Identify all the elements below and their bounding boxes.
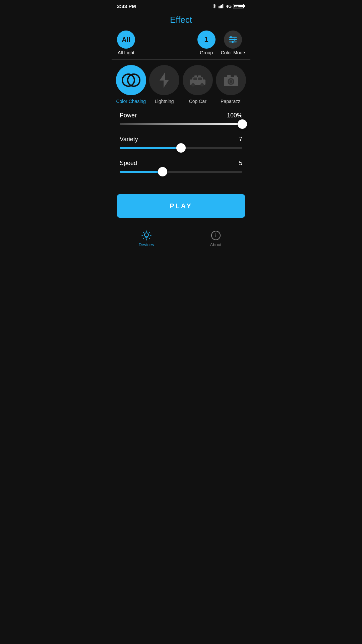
- power-fill: [120, 123, 242, 125]
- variety-thumb[interactable]: [176, 143, 186, 153]
- nav-devices-label: Devices: [138, 242, 154, 247]
- top-divider: [112, 59, 250, 60]
- svg-point-11: [234, 39, 236, 41]
- svg-line-38: [143, 238, 143, 239]
- svg-point-21: [191, 83, 195, 87]
- cop-car-icon: [188, 73, 207, 87]
- svg-point-22: [200, 83, 204, 87]
- power-label: Power: [120, 112, 137, 119]
- speed-fill: [120, 171, 163, 173]
- effect-label-paparazzi: Paparazzi: [221, 99, 241, 104]
- power-track[interactable]: [120, 123, 242, 125]
- bottom-nav: Devices i About: [112, 226, 250, 253]
- play-button[interactable]: PLAY: [117, 194, 245, 218]
- svg-point-13: [232, 41, 234, 43]
- top-controls: All All Light 1 Group Color M: [112, 31, 250, 59]
- svg-rect-20: [198, 77, 202, 80]
- effect-label-cop-car: Cop Car: [189, 99, 206, 104]
- signal-icon: [219, 3, 225, 9]
- devices-icon: [141, 230, 152, 241]
- color-chasing-icon: [122, 73, 140, 87]
- svg-text:100: 100: [235, 6, 239, 8]
- play-button-container: PLAY: [112, 186, 250, 226]
- svg-point-9: [230, 36, 232, 38]
- speed-label: Speed: [120, 160, 137, 167]
- speed-thumb[interactable]: [158, 167, 167, 176]
- battery-icon: 100: [233, 3, 245, 9]
- about-icon: i: [210, 230, 221, 241]
- paparazzi-icon: [223, 73, 239, 88]
- variety-slider-row: Variety 7: [120, 136, 242, 149]
- group-label: Group: [200, 50, 213, 55]
- all-light-label: All: [122, 36, 130, 44]
- variety-track[interactable]: [120, 147, 242, 149]
- svg-rect-0: [219, 6, 220, 8]
- svg-rect-19: [193, 77, 197, 80]
- variety-value: 7: [239, 136, 242, 143]
- power-value: 100%: [227, 112, 242, 119]
- all-light-button[interactable]: All All Light: [117, 31, 135, 55]
- variety-fill: [120, 147, 181, 149]
- group-number: 1: [204, 35, 208, 44]
- page-title: Effect: [112, 15, 250, 25]
- variety-label: Variety: [120, 136, 138, 143]
- svg-marker-16: [160, 72, 169, 88]
- effect-paparazzi[interactable]: Paparazzi: [216, 65, 246, 104]
- nav-about-label: About: [210, 242, 222, 247]
- power-thumb[interactable]: [238, 119, 247, 129]
- svg-rect-29: [227, 75, 231, 77]
- effect-color-chasing[interactable]: Color Chasing: [116, 65, 146, 104]
- svg-line-36: [149, 238, 150, 239]
- svg-point-39: [144, 233, 148, 237]
- effects-row: Color Chasing Lightning: [112, 65, 250, 112]
- effect-cop-car[interactable]: Cop Car: [183, 65, 213, 104]
- svg-point-28: [230, 80, 232, 83]
- effect-label-color-chasing: Color Chasing: [116, 99, 146, 104]
- svg-rect-3: [222, 4, 223, 8]
- svg-rect-23: [194, 75, 197, 77]
- nav-about[interactable]: i About: [181, 230, 250, 247]
- color-mode-label: Color Mode: [221, 50, 245, 55]
- svg-rect-5: [244, 5, 245, 7]
- status-bar: 3:33 PM 4G 100: [112, 0, 250, 12]
- svg-rect-24: [198, 75, 201, 77]
- svg-line-35: [143, 232, 143, 233]
- speed-slider-row: Speed 5: [120, 160, 242, 173]
- svg-text:i: i: [215, 233, 217, 238]
- group-control[interactable]: 1 Group: [197, 31, 216, 55]
- page-header: Effect: [112, 12, 250, 31]
- status-time: 3:33 PM: [117, 3, 136, 9]
- color-mode-control[interactable]: Color Mode: [221, 31, 245, 55]
- effect-label-lightning: Lightning: [155, 99, 174, 104]
- status-icons: 4G 100: [212, 3, 245, 9]
- speed-track[interactable]: [120, 171, 242, 173]
- bluetooth-icon: [212, 3, 217, 9]
- nav-devices[interactable]: Devices: [112, 230, 181, 247]
- effect-lightning[interactable]: Lightning: [149, 65, 179, 104]
- svg-rect-2: [221, 5, 222, 8]
- network-label: 4G: [226, 4, 232, 9]
- svg-rect-30: [234, 75, 237, 77]
- power-slider-row: Power 100%: [120, 112, 242, 125]
- svg-rect-1: [220, 6, 221, 8]
- color-mode-icon: [228, 35, 238, 45]
- lightning-icon: [158, 72, 171, 89]
- all-light-text: All Light: [118, 50, 134, 55]
- svg-line-37: [149, 232, 150, 233]
- sliders-section: Power 100% Variety 7 Speed 5: [112, 112, 250, 173]
- speed-value: 5: [239, 160, 242, 167]
